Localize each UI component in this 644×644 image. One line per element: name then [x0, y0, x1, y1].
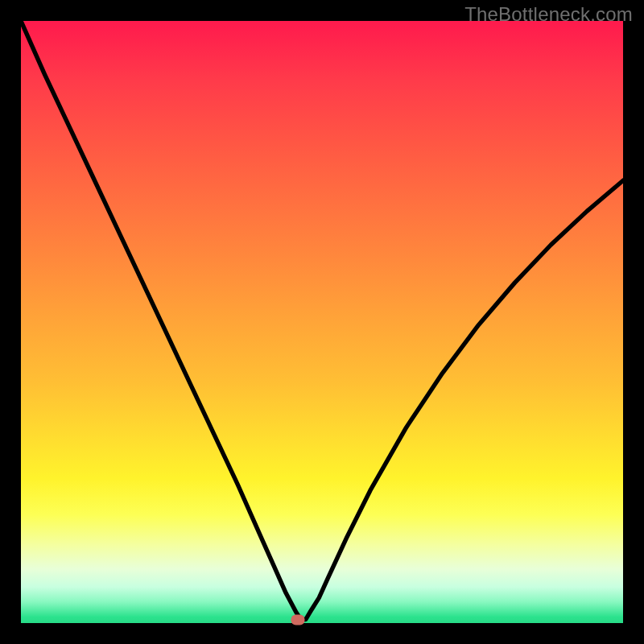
bottleneck-curve: [21, 21, 623, 623]
minimum-marker: [291, 614, 305, 625]
plot-area: [21, 21, 623, 623]
chart-frame: TheBottleneck.com: [0, 0, 644, 644]
watermark-text: TheBottleneck.com: [464, 3, 633, 26]
